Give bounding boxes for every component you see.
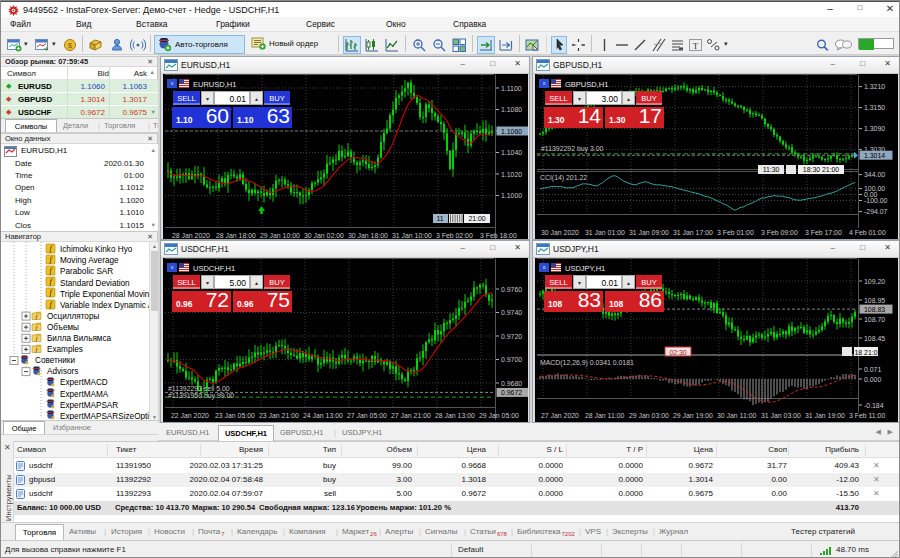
svg-text:Advisors: Advisors xyxy=(47,367,78,376)
svg-text:4 Feb 01:00: 4 Feb 01:00 xyxy=(849,229,886,236)
svg-text:Советники: Советники xyxy=(35,356,75,365)
svg-text:ExpertMAPSAR: ExpertMAPSAR xyxy=(60,401,118,410)
svg-text:#11391950 buy 99.00: #11391950 buy 99.00 xyxy=(168,392,234,400)
svg-text:27 Jan 2020: 27 Jan 2020 xyxy=(541,412,579,419)
svg-text:109.20: 109.20 xyxy=(864,278,885,285)
svg-text:22 Jan 2020: 22 Jan 2020 xyxy=(171,412,209,419)
svg-text:3 Feb 18:00: 3 Feb 18:00 xyxy=(480,232,517,239)
svg-text:-0.184: -0.184 xyxy=(864,402,884,409)
svg-text:18:30 21:00: 18:30 21:00 xyxy=(803,166,840,173)
svg-text:0.000: 0.000 xyxy=(864,376,881,383)
svg-text:0.9672: 0.9672 xyxy=(501,389,522,396)
svg-text:3 Feb 09:00: 3 Feb 09:00 xyxy=(761,229,798,236)
svg-text:Examples: Examples xyxy=(47,345,83,354)
svg-text:0.071: 0.071 xyxy=(864,366,881,373)
svg-text:0.9680: 0.9680 xyxy=(501,380,522,387)
svg-text:30 Jan 11:00: 30 Jan 11:00 xyxy=(717,412,757,419)
svg-text:1.1060: 1.1060 xyxy=(501,128,522,135)
svg-text:24 Jan 13:00: 24 Jan 13:00 xyxy=(303,412,343,419)
svg-text:-294.07: -294.07 xyxy=(864,208,888,215)
svg-text:27 Jan 05:00: 27 Jan 05:00 xyxy=(347,412,387,419)
svg-text:344.00: 344.00 xyxy=(864,171,885,178)
svg-text:0.9720: 0.9720 xyxy=(501,333,522,340)
svg-text:0.9700: 0.9700 xyxy=(501,356,522,363)
svg-text:3 Feb 02:00: 3 Feb 02:00 xyxy=(436,232,473,239)
svg-text:Осцилляторы: Осцилляторы xyxy=(47,312,99,321)
svg-text:0.9760: 0.9760 xyxy=(501,286,522,293)
svg-text:23 Jan 21:00: 23 Jan 21:00 xyxy=(259,412,299,419)
svg-text:21:00: 21:00 xyxy=(468,215,485,222)
svg-text:Ichimoku Kinko Hyo: Ichimoku Kinko Hyo xyxy=(60,245,133,254)
svg-text:31 Jan 03:00: 31 Jan 03:00 xyxy=(761,412,801,419)
svg-text:1.1020: 1.1020 xyxy=(501,171,522,178)
svg-text:11: 11 xyxy=(436,215,443,222)
svg-text:31 Jan 17:00: 31 Jan 17:00 xyxy=(673,229,713,236)
svg-text:28 Jan 13:00: 28 Jan 13:00 xyxy=(435,412,475,419)
svg-text:1.1000: 1.1000 xyxy=(501,192,522,199)
svg-text:1.1040: 1.1040 xyxy=(501,149,522,156)
svg-text:Standard Deviation: Standard Deviation xyxy=(60,279,130,288)
svg-text:Объемы: Объемы xyxy=(47,323,79,332)
svg-text:3 Feb 01:00: 3 Feb 01:00 xyxy=(717,229,754,236)
svg-text:1.3014: 1.3014 xyxy=(864,152,885,159)
svg-text:108.95: 108.95 xyxy=(864,297,885,304)
svg-text:0.9740: 0.9740 xyxy=(501,309,522,316)
svg-text:3 Feb 11:00: 3 Feb 11:00 xyxy=(849,412,885,419)
svg-text:Moving Average: Moving Average xyxy=(60,256,119,265)
svg-text:29 Jan 10:00: 29 Jan 10:00 xyxy=(260,232,300,239)
svg-text:CCI(14) 201.22: CCI(14) 201.22 xyxy=(540,174,587,182)
svg-text:1.3150: 1.3150 xyxy=(864,104,885,111)
svg-text:108.83: 108.83 xyxy=(864,306,885,313)
svg-text:ExpertMAMA: ExpertMAMA xyxy=(60,390,109,399)
svg-text:29 Jan 03:00: 29 Jan 03:00 xyxy=(629,412,669,419)
svg-text:1.1080: 1.1080 xyxy=(501,106,522,113)
svg-text:30 Jan 2020: 30 Jan 2020 xyxy=(541,229,579,236)
svg-text:$: $ xyxy=(67,41,72,50)
svg-text:3 Feb 17:00: 3 Feb 17:00 xyxy=(805,229,842,236)
svg-text:31 Jan 10:00: 31 Jan 10:00 xyxy=(392,232,432,239)
svg-text:-100.00: -100.00 xyxy=(864,197,888,204)
svg-text:28 Jan 2020: 28 Jan 2020 xyxy=(172,232,210,239)
svg-text:29 Jan 05:00: 29 Jan 05:00 xyxy=(479,412,519,419)
svg-text:108.45: 108.45 xyxy=(864,335,885,342)
svg-text:1.3210: 1.3210 xyxy=(864,83,885,90)
svg-text:Triple Exponential Movin: Triple Exponential Movin xyxy=(60,290,149,299)
svg-text:31 Jan 19:00: 31 Jan 19:00 xyxy=(805,412,845,419)
svg-text:30 Jan 18:00: 30 Jan 18:00 xyxy=(348,232,388,239)
svg-text:23 Jan 05:00: 23 Jan 05:00 xyxy=(215,412,255,419)
svg-text:31 Jan 01:00: 31 Jan 01:00 xyxy=(585,229,625,236)
svg-text:31 Jan 09:00: 31 Jan 09:00 xyxy=(629,229,669,236)
svg-text:11:30: 11:30 xyxy=(763,166,780,173)
svg-text:1.1100: 1.1100 xyxy=(501,85,522,92)
svg-text:30 Jan 02:00: 30 Jan 02:00 xyxy=(304,232,344,239)
svg-text:1.3090: 1.3090 xyxy=(864,125,885,132)
svg-text:02:30: 02:30 xyxy=(669,349,686,356)
svg-text:ExpertMACD: ExpertMACD xyxy=(60,378,108,387)
svg-text:28 Jan 11:00: 28 Jan 11:00 xyxy=(585,412,625,419)
svg-text:Variable Index Dynamic A: Variable Index Dynamic A xyxy=(60,301,149,310)
svg-text:28 Jan 18:00: 28 Jan 18:00 xyxy=(216,232,256,239)
svg-text:Parabolic SAR: Parabolic SAR xyxy=(60,267,113,276)
svg-text:Билла Вильямса: Билла Вильямса xyxy=(47,334,112,343)
svg-text:T: T xyxy=(692,41,698,51)
svg-text:108.70: 108.70 xyxy=(864,316,885,323)
svg-text:27 Jan 21:00: 27 Jan 21:00 xyxy=(391,412,431,419)
svg-text:MACD(12,26,9) 0.0341 0.0181: MACD(12,26,9) 0.0341 0.0181 xyxy=(540,359,634,367)
svg-text:29 Jan 19:00: 29 Jan 19:00 xyxy=(673,412,713,419)
svg-text:18 21:0: 18 21:0 xyxy=(855,349,878,356)
